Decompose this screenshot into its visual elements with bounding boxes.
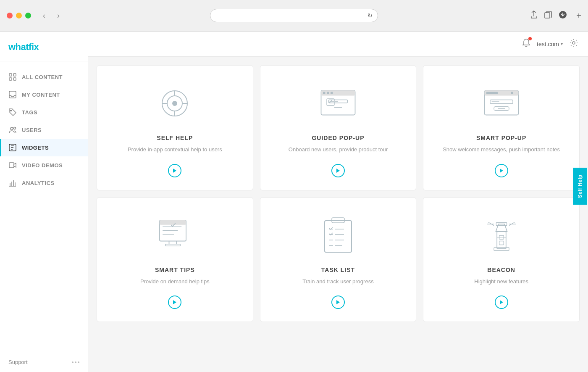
card-title: SELF HELP xyxy=(157,135,193,141)
new-tab-button[interactable]: + xyxy=(576,11,581,21)
card-description: Onboard new users, provide product tour xyxy=(289,145,388,154)
close-button[interactable] xyxy=(7,13,13,18)
main-content: test.com ▾ xyxy=(88,32,588,372)
sidebar-item-my-content[interactable]: MY CONTENT xyxy=(0,86,88,103)
site-name: test.com xyxy=(537,41,559,47)
sidebar-nav: ALL CONTENT MY CONTENT xyxy=(0,61,88,352)
settings-button[interactable] xyxy=(570,39,578,49)
card-play-button[interactable] xyxy=(495,164,508,177)
back-button[interactable]: ‹ xyxy=(39,10,49,22)
address-bar[interactable]: ↻ xyxy=(210,9,378,22)
card-task-list[interactable]: TASK LIST Train and track user progress xyxy=(260,197,417,322)
self-help-tab-label: Self Help xyxy=(573,168,587,205)
download-icon[interactable] xyxy=(559,11,567,21)
grid-icon xyxy=(8,73,17,81)
app-container: whatfix ALL CONTENT xyxy=(0,32,588,372)
sidebar-item-label: VIDEO DEMOS xyxy=(22,162,63,169)
maximize-button[interactable] xyxy=(25,13,31,18)
inbox-icon xyxy=(8,90,17,99)
site-selector[interactable]: test.com ▾ xyxy=(537,41,563,47)
duplicate-icon[interactable] xyxy=(544,11,552,21)
card-title: BEACON xyxy=(487,266,515,273)
card-guided-popup[interactable]: GUIDED POP-UP Onboard new users, provide… xyxy=(260,65,417,190)
widget-icon xyxy=(8,143,17,152)
card-description: Provide in-app contextual help to users xyxy=(128,145,222,154)
users-icon xyxy=(8,126,17,134)
card-description: Train and track user progress xyxy=(302,277,373,286)
svg-rect-0 xyxy=(545,13,550,18)
minimize-button[interactable] xyxy=(16,13,22,18)
card-smart-tips[interactable]: SMART TIPS Provide on demand help tips xyxy=(97,197,253,322)
self-help-tab[interactable]: Self Help xyxy=(573,168,588,205)
sidebar-item-analytics[interactable]: ANALYTICS xyxy=(0,174,88,192)
card-beacon[interactable]: BEACON Highlight new features xyxy=(423,197,580,322)
cards-grid: SELF HELP Provide in-app contextual help… xyxy=(88,57,588,330)
top-header: test.com ▾ xyxy=(88,32,588,57)
smart-popup-icon xyxy=(480,82,522,124)
svg-rect-26 xyxy=(511,92,513,94)
card-play-button[interactable] xyxy=(331,164,345,177)
sidebar-item-label: USERS xyxy=(22,127,42,133)
notification-badge xyxy=(528,37,532,40)
sidebar-item-video-demos[interactable]: VIDEO DEMOS xyxy=(0,156,88,174)
svg-point-15 xyxy=(172,101,177,106)
card-description: Highlight new features xyxy=(474,277,528,286)
sidebar-footer: Support xyxy=(0,352,88,372)
sidebar-item-all-content[interactable]: ALL CONTENT xyxy=(0,68,88,86)
card-title: SMART POP-UP xyxy=(476,135,526,141)
card-play-button[interactable] xyxy=(331,295,345,309)
browser-chrome: ‹ › ↻ + xyxy=(0,0,588,32)
browser-nav: ‹ › xyxy=(39,10,63,22)
sidebar-item-label: ALL CONTENT xyxy=(22,74,63,80)
svg-rect-19 xyxy=(327,92,329,94)
card-title: GUIDED POP-UP xyxy=(312,135,364,141)
svg-rect-32 xyxy=(325,221,352,252)
svg-point-8 xyxy=(10,127,13,130)
reload-button[interactable]: ↻ xyxy=(368,12,373,19)
svg-rect-18 xyxy=(323,92,325,94)
svg-rect-30 xyxy=(160,220,186,225)
svg-rect-37 xyxy=(494,247,509,250)
svg-rect-4 xyxy=(9,78,12,80)
guided-popup-icon xyxy=(317,82,359,124)
notifications-button[interactable] xyxy=(522,39,530,49)
svg-rect-17 xyxy=(321,90,355,96)
self-help-icon xyxy=(154,82,196,124)
tag-icon xyxy=(8,108,17,116)
card-play-button[interactable] xyxy=(168,164,181,177)
svg-marker-35 xyxy=(496,224,507,232)
svg-rect-31 xyxy=(165,244,181,246)
card-description: Provide on demand help tips xyxy=(140,277,210,286)
svg-rect-5 xyxy=(13,78,16,80)
browser-actions xyxy=(530,11,567,21)
svg-rect-11 xyxy=(9,163,14,168)
card-play-button[interactable] xyxy=(495,295,508,309)
smart-tips-icon xyxy=(154,214,196,256)
sidebar-item-users[interactable]: USERS xyxy=(0,121,88,139)
svg-point-9 xyxy=(14,127,16,129)
svg-rect-2 xyxy=(9,74,12,76)
more-options-button[interactable] xyxy=(72,361,79,363)
video-icon xyxy=(8,161,17,169)
sidebar-item-label: ANALYTICS xyxy=(22,180,55,186)
svg-rect-39 xyxy=(499,241,504,245)
chart-icon xyxy=(8,179,17,187)
forward-button[interactable]: › xyxy=(54,10,63,22)
logo: whatfix xyxy=(0,32,88,61)
card-self-help[interactable]: SELF HELP Provide in-app contextual help… xyxy=(97,65,253,190)
card-play-button[interactable] xyxy=(168,295,181,309)
sidebar-item-tags[interactable]: TAGS xyxy=(0,103,88,121)
share-icon[interactable] xyxy=(530,11,538,21)
sidebar-item-widgets[interactable]: WIDGETS xyxy=(0,139,88,156)
svg-rect-3 xyxy=(13,74,16,76)
beacon-icon xyxy=(480,214,522,256)
card-smart-popup[interactable]: SMART POP-UP Show welcome messages, push… xyxy=(423,65,580,190)
sidebar-item-label: TAGS xyxy=(22,109,37,116)
card-description: Show welcome messages, push important no… xyxy=(443,145,560,154)
support-label[interactable]: Support xyxy=(8,359,28,365)
task-list-icon xyxy=(317,214,359,256)
sidebar-item-label: WIDGETS xyxy=(22,145,49,151)
svg-rect-25 xyxy=(486,92,498,94)
card-title: TASK LIST xyxy=(321,266,355,273)
sidebar-item-label: MY CONTENT xyxy=(22,92,60,98)
